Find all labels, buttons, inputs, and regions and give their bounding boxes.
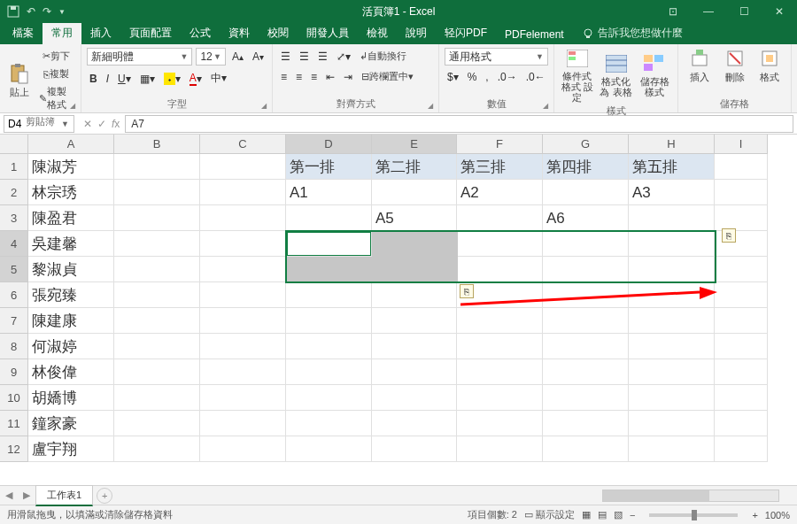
cell[interactable] (457, 231, 543, 257)
cell[interactable] (286, 282, 372, 308)
autofill-options-icon[interactable]: ⎘ (722, 228, 736, 243)
cell[interactable]: 林俊偉 (28, 359, 114, 385)
font-color-button[interactable]: A▾ (187, 70, 205, 88)
cell[interactable] (543, 231, 629, 257)
minimize-icon[interactable]: — (691, 0, 726, 23)
cell[interactable] (286, 205, 372, 231)
cell[interactable] (457, 205, 543, 231)
wrap-text-button[interactable]: ↲ 自動換行 (357, 48, 409, 65)
cell[interactable] (200, 231, 286, 257)
cell[interactable] (114, 334, 200, 359)
cell[interactable] (715, 205, 768, 231)
cell[interactable] (629, 205, 715, 231)
font-dialog-launcher-icon[interactable]: ◢ (261, 102, 270, 111)
align-bottom-icon[interactable]: ☰ (315, 49, 330, 65)
cell[interactable]: 胡嬌博 (28, 385, 114, 411)
format-cells-button[interactable]: 格式 (754, 48, 785, 84)
sheet-nav-prev-icon[interactable]: ◀ (0, 490, 18, 501)
col-header[interactable]: C (200, 135, 286, 154)
delete-cells-button[interactable]: 刪除 (719, 48, 751, 84)
cut-button[interactable]: ✂ 剪下 (36, 48, 75, 65)
cell[interactable] (629, 308, 715, 334)
cell[interactable] (457, 385, 543, 411)
col-header[interactable]: A (28, 135, 114, 154)
cell[interactable] (200, 308, 286, 334)
cell[interactable] (715, 385, 768, 411)
cell[interactable] (372, 359, 457, 385)
cell[interactable] (114, 205, 200, 231)
tab-review[interactable]: 校閱 (259, 22, 298, 44)
cell[interactable] (715, 180, 768, 205)
cell[interactable] (114, 257, 200, 282)
row-header[interactable]: 11 (0, 411, 28, 436)
tab-layout[interactable]: 頁面配置 (120, 22, 181, 44)
bold-button[interactable]: B (87, 71, 100, 87)
cell[interactable]: 吳建馨 (28, 231, 114, 257)
ribbon-options-icon[interactable]: ⊡ (655, 0, 691, 23)
row-header[interactable]: 3 (0, 205, 28, 231)
comma-icon[interactable]: , (483, 69, 491, 85)
cell[interactable]: 第二排 (372, 154, 457, 180)
view-layout-icon[interactable]: ▤ (598, 509, 607, 520)
cell[interactable] (114, 180, 200, 205)
percent-icon[interactable]: % (465, 69, 480, 85)
grid-body[interactable]: 1陳淑芳第一排第二排第三排第四排第五排2林宗琇A1A2A33陳盈君A5A64吳建… (0, 154, 797, 462)
cell[interactable] (457, 436, 543, 462)
decrease-decimal-icon[interactable]: .0← (523, 69, 548, 85)
cell[interactable]: 陳建康 (28, 308, 114, 334)
cell[interactable] (372, 282, 457, 308)
cell[interactable]: 陳盈君 (28, 205, 114, 231)
row-header[interactable]: 6 (0, 282, 28, 308)
grow-font-icon[interactable]: A▴ (229, 49, 246, 65)
horizontal-scrollbar[interactable] (602, 490, 779, 502)
cell[interactable] (114, 231, 200, 257)
cell[interactable] (200, 282, 286, 308)
cell[interactable] (715, 308, 768, 334)
zoom-slider[interactable] (649, 513, 738, 517)
shrink-font-icon[interactable]: A▾ (250, 49, 267, 65)
cell[interactable]: A6 (543, 205, 629, 231)
cell[interactable] (457, 334, 543, 359)
col-header[interactable]: D (286, 135, 372, 154)
maximize-icon[interactable]: ☐ (726, 0, 762, 23)
fill-color-button[interactable]: ⬩▾ (161, 71, 183, 87)
zoom-thumb[interactable] (692, 510, 697, 520)
align-center-icon[interactable]: ≡ (293, 69, 305, 85)
cell-styles-button[interactable]: 儲存格 樣式 (637, 53, 672, 97)
row-header[interactable]: 5 (0, 257, 28, 282)
cell[interactable]: A3 (629, 180, 715, 205)
cell[interactable] (543, 385, 629, 411)
view-pagebreak-icon[interactable]: ▧ (614, 509, 623, 520)
cell[interactable] (629, 359, 715, 385)
cell[interactable] (286, 359, 372, 385)
cell[interactable] (543, 411, 629, 436)
underline-button[interactable]: U▾ (115, 71, 134, 87)
cell[interactable] (715, 359, 768, 385)
redo-icon[interactable]: ↷ (43, 5, 51, 18)
autofill-options-icon[interactable]: ⎘ (460, 284, 474, 298)
display-settings-button[interactable]: ▭ 顯示設定 (524, 508, 575, 521)
phonetic-button[interactable]: 中▾ (208, 69, 229, 88)
cell[interactable] (200, 257, 286, 282)
tab-view[interactable]: 檢視 (358, 22, 397, 44)
tab-help[interactable]: 說明 (397, 22, 436, 44)
enter-formula-icon[interactable]: ✓ (97, 118, 106, 130)
cell[interactable] (629, 411, 715, 436)
cell[interactable] (543, 359, 629, 385)
align-top-icon[interactable]: ☰ (278, 49, 293, 65)
cell[interactable] (200, 205, 286, 231)
col-header[interactable]: E (372, 135, 457, 154)
cell[interactable] (200, 359, 286, 385)
cell[interactable] (286, 308, 372, 334)
cell[interactable]: 第四排 (543, 154, 629, 180)
clipboard-dialog-launcher-icon[interactable]: ◢ (70, 102, 79, 111)
cell[interactable]: A1 (286, 180, 372, 205)
zoom-level[interactable]: 100% (765, 510, 790, 520)
cell[interactable] (629, 385, 715, 411)
col-header[interactable]: G (543, 135, 629, 154)
cell[interactable] (200, 334, 286, 359)
row-header[interactable]: 10 (0, 385, 28, 411)
close-icon[interactable]: ✕ (762, 0, 797, 23)
tab-lightpdf[interactable]: 轻闪PDF (436, 22, 496, 44)
select-all-corner[interactable] (0, 135, 28, 154)
